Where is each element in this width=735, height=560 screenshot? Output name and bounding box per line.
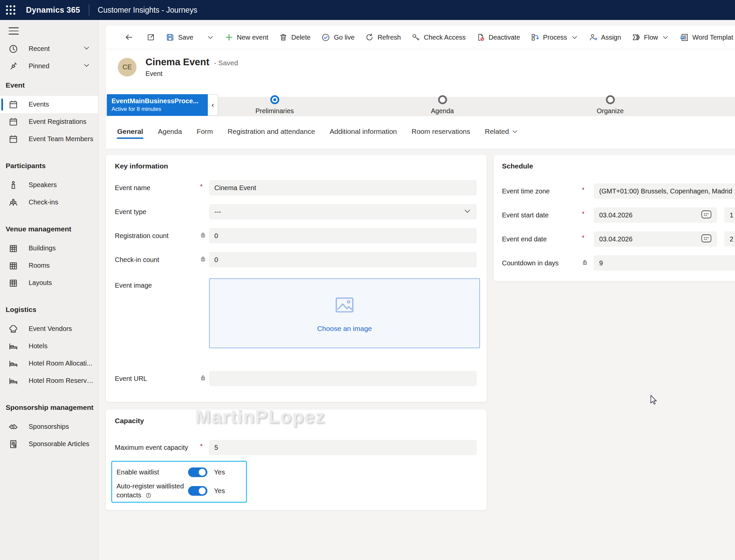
lock-icon bbox=[582, 259, 588, 267]
sidebar-item-sponsorable-articles[interactable]: Sponsorable Articles bbox=[0, 435, 98, 453]
sidebar-item-check-ins[interactable]: Check-ins bbox=[0, 194, 98, 211]
event-start-time-field[interactable]: 1 bbox=[724, 207, 735, 223]
tab-room-reservations[interactable]: Room reservations bbox=[411, 123, 470, 140]
building-icon bbox=[8, 278, 19, 288]
tab-registration-and-attendance[interactable]: Registration and attendance bbox=[227, 123, 316, 140]
app-name[interactable]: Customer Insights - Journeys bbox=[98, 6, 197, 15]
choose-image-link[interactable]: Choose an image bbox=[317, 325, 372, 333]
lock-icon bbox=[200, 256, 206, 263]
sidebar-item-label: Speakers bbox=[29, 181, 60, 189]
tab-form[interactable]: Form bbox=[196, 123, 213, 140]
sidebar-item-events[interactable]: Events bbox=[0, 96, 98, 113]
key-information-card: Key information Event name * Cinema Even… bbox=[106, 155, 487, 402]
event-url-field[interactable] bbox=[209, 371, 477, 386]
bed-icon bbox=[8, 341, 19, 351]
delete-button[interactable]: Delete bbox=[274, 30, 316, 45]
section-heading: Key information bbox=[115, 162, 487, 170]
countdown-field[interactable]: 9 bbox=[594, 255, 735, 271]
bpf-stage-organize[interactable]: Organize bbox=[583, 95, 637, 115]
sidebar-item-hotel-room-allocations[interactable]: Hotel Room Allocati... bbox=[0, 355, 98, 372]
max-capacity-field[interactable]: 5 bbox=[209, 440, 477, 455]
toggle-state-label: Yes bbox=[214, 468, 225, 476]
event-start-date-field[interactable]: 03.04.2026 bbox=[594, 207, 717, 223]
event-name-field[interactable]: Cinema Event bbox=[209, 180, 477, 195]
record-header: CE Cinema Event - Saved Event bbox=[106, 49, 735, 78]
plus-icon bbox=[225, 33, 233, 42]
check-in-count-field[interactable]: 0 bbox=[209, 252, 477, 267]
new-event-button[interactable]: New event bbox=[219, 30, 274, 45]
assign-button[interactable]: Assign bbox=[583, 30, 626, 45]
event-image-dropzone[interactable]: Choose an image bbox=[209, 278, 480, 348]
process-button[interactable]: Process bbox=[525, 30, 583, 45]
tab-additional-information[interactable]: Additional information bbox=[329, 123, 397, 140]
tab-agenda[interactable]: Agenda bbox=[158, 123, 182, 140]
bed-icon bbox=[8, 376, 19, 386]
sidebar-item-rooms[interactable]: Rooms bbox=[0, 257, 98, 274]
sidebar-item-hotels[interactable]: Hotels bbox=[0, 338, 98, 355]
sidebar-item-buildings[interactable]: Buildings bbox=[0, 240, 98, 257]
sidebar-item-pinned[interactable]: Pinned bbox=[0, 58, 98, 75]
sidebar-item-label: Hotel Room Allocati... bbox=[29, 360, 96, 367]
sidebar-item-label: Sponsorships bbox=[29, 423, 72, 430]
event-end-time-field[interactable]: 2 bbox=[724, 231, 735, 247]
event-image-label: Event image bbox=[115, 278, 200, 348]
deactivate-button[interactable]: Deactivate bbox=[471, 30, 526, 45]
clock-icon bbox=[8, 44, 19, 54]
open-in-new-window-button[interactable] bbox=[141, 30, 161, 45]
sitemap-toggle-button[interactable] bbox=[0, 20, 98, 35]
record-title: Cinema Event bbox=[146, 57, 209, 68]
sidebar-section-sponsorship: Sponsorship management bbox=[0, 401, 98, 414]
business-process-flow: Preliminaries Agenda Organize EventMainB… bbox=[106, 94, 735, 116]
sidebar-item-layouts[interactable]: Layouts bbox=[0, 274, 98, 292]
info-icon[interactable] bbox=[146, 492, 152, 498]
event-end-date-label: Event end date bbox=[502, 235, 582, 244]
auto-register-toggle[interactable] bbox=[188, 486, 207, 496]
event-time-zone-field[interactable]: (GMT+01:00) Brussels, Copenhagen, Madrid bbox=[594, 183, 735, 199]
lock-icon bbox=[200, 232, 206, 239]
app-launcher-button[interactable] bbox=[0, 0, 21, 20]
building-icon bbox=[8, 243, 19, 253]
chef-hat-icon bbox=[8, 324, 19, 334]
sidebar-item-event-team-members[interactable]: Event Team Members bbox=[0, 131, 98, 148]
sidebar-item-speakers[interactable]: Speakers bbox=[0, 176, 98, 194]
open-in-new-window-icon bbox=[147, 33, 155, 42]
save-split-chevron[interactable] bbox=[201, 30, 219, 45]
schedule-card: Schedule Event time zone * (GMT+01:00) B… bbox=[494, 155, 735, 281]
event-name-label: Event name bbox=[115, 183, 200, 192]
tab-general[interactable]: General bbox=[117, 123, 144, 140]
sidebar-item-hotel-room-reservations[interactable]: Hotel Room Reservat... bbox=[0, 372, 98, 390]
sidebar-item-recent[interactable]: Recent bbox=[0, 40, 98, 58]
calendar-icon bbox=[8, 100, 19, 110]
sidebar-item-label: Layouts bbox=[29, 279, 55, 287]
bpf-stage-preliminaries[interactable]: Preliminaries bbox=[248, 95, 301, 115]
registration-count-field[interactable]: 0 bbox=[209, 228, 477, 243]
sidebar-item-sponsorships[interactable]: Sponsorships bbox=[0, 418, 98, 435]
trash-icon bbox=[279, 33, 288, 42]
event-url-label: Event URL bbox=[115, 374, 200, 383]
save-button[interactable]: Save bbox=[161, 30, 199, 45]
bed-icon bbox=[8, 359, 19, 369]
check-access-button[interactable]: Check Access bbox=[406, 30, 471, 45]
sidebar-item-event-vendors[interactable]: Event Vendors bbox=[0, 320, 98, 338]
date-picker-icon[interactable] bbox=[701, 234, 712, 244]
enable-waitlist-toggle[interactable] bbox=[188, 467, 207, 477]
presenter-icon bbox=[8, 180, 19, 190]
sidebar-section-venue: Venue management bbox=[0, 222, 98, 236]
event-type-select[interactable]: --- bbox=[209, 204, 477, 219]
chevron-down-icon bbox=[512, 128, 518, 135]
article-icon bbox=[8, 439, 19, 449]
tab-related[interactable]: Related bbox=[485, 123, 519, 140]
word-template-button[interactable]: W Word Templat bbox=[674, 30, 735, 45]
max-capacity-label: Maximum event capacity bbox=[115, 443, 200, 452]
bpf-process-chip[interactable]: EventMainBusinessProce... Active for 8 m… bbox=[107, 94, 208, 116]
brand-title[interactable]: Dynamics 365 bbox=[26, 5, 80, 15]
go-live-button[interactable]: Go live bbox=[316, 30, 360, 45]
refresh-button[interactable]: Refresh bbox=[360, 30, 406, 45]
sidebar-item-event-registrations[interactable]: Event Registrations bbox=[0, 113, 98, 131]
bpf-collapse-button[interactable]: ‹ bbox=[208, 94, 218, 116]
flow-button[interactable]: Flow bbox=[626, 30, 674, 45]
back-button[interactable] bbox=[119, 30, 139, 45]
date-picker-icon[interactable] bbox=[701, 210, 712, 220]
bpf-stage-agenda[interactable]: Agenda bbox=[416, 95, 469, 115]
event-end-date-field[interactable]: 03.04.2026 bbox=[594, 231, 717, 247]
